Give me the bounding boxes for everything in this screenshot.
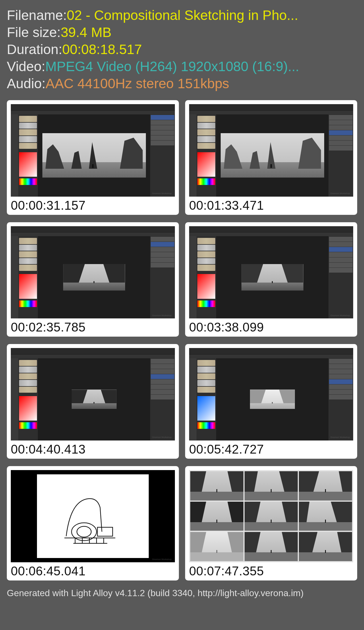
thumbnail-image <box>189 470 353 563</box>
watermark-icon: Gnomon Workshop <box>152 314 172 317</box>
sketch-icon <box>48 483 138 549</box>
filesize-label: File size: <box>7 24 61 41</box>
thumbnail-timestamp: 00:02:35.785 <box>11 320 175 334</box>
thumbnail-card: Gnomon Workshop 00:03:38.099 <box>185 222 357 337</box>
thumbnail-timestamp: 00:01:33.471 <box>189 198 353 213</box>
thumbnail-timestamp: 00:04:40.413 <box>11 442 175 456</box>
watermark-icon: Gnomon Workshop <box>330 314 350 317</box>
video-value: MPEG4 Video (H264) 1920x1080 (16:9)... <box>45 58 299 75</box>
duration-value: 00:08:18.517 <box>62 41 142 58</box>
thumbnail-image: Gnomon Workshop <box>11 226 175 319</box>
filename-value: 02 - Compositional Sketching in Pho... <box>67 7 298 24</box>
watermark-icon: Gnomon Workshop <box>152 558 172 561</box>
thumbnail-image: Gnomon Workshop <box>11 470 175 563</box>
generator-footer: Generated with Light Alloy v4.11.2 (buil… <box>7 588 357 598</box>
thumbnail-card: Gnomon Workshop 00:00:31.157 <box>7 100 179 215</box>
thumbnail-image: Gnomon Workshop <box>11 104 175 197</box>
thumbnail-timestamp: 00:00:31.157 <box>11 198 175 213</box>
audio-row: Audio: AAC 44100Hz stereo 151kbps <box>7 75 357 92</box>
thumbnail-timestamp: 00:03:38.099 <box>189 320 353 334</box>
thumbnail-grid: Gnomon Workshop 00:00:31.157 <box>7 100 357 580</box>
thumbnail-image: Gnomon Workshop <box>189 226 353 319</box>
filesize-value: 39.4 MB <box>61 24 111 41</box>
audio-label: Audio: <box>7 75 46 92</box>
filename-row: Filename: 02 - Compositional Sketching i… <box>7 7 357 24</box>
thumbnail-card: Gnomon Workshop 00:05:42.727 <box>185 344 357 459</box>
thumbnail-card: Gnomon Workshop 00:04:40.413 <box>7 344 179 459</box>
video-row: Video: MPEG4 Video (H264) 1920x1080 (16:… <box>7 58 357 75</box>
watermark-icon: Gnomon Workshop <box>152 192 172 195</box>
video-label: Video: <box>7 58 45 75</box>
thumbnail-image: Gnomon Workshop <box>189 104 353 197</box>
svg-point-1 <box>77 526 91 537</box>
thumbnail-timestamp: 00:06:45.041 <box>11 564 175 578</box>
filename-label: Filename: <box>7 7 67 24</box>
watermark-icon: Gnomon Workshop <box>330 192 350 195</box>
filesize-row: File size: 39.4 MB <box>7 24 357 41</box>
thumbnail-timestamp: 00:05:42.727 <box>189 442 353 456</box>
thumbnail-image: Gnomon Workshop <box>11 348 175 440</box>
thumbnail-card: Gnomon Workshop 00:06:45.041 <box>7 466 179 581</box>
duration-row: Duration: 00:08:18.517 <box>7 41 357 58</box>
file-metadata: Filename: 02 - Compositional Sketching i… <box>7 7 357 92</box>
audio-value: AAC 44100Hz stereo 151kbps <box>46 75 229 92</box>
thumbnail-timestamp: 00:07:47.355 <box>189 564 353 578</box>
thumbnail-image: Gnomon Workshop <box>189 348 353 440</box>
duration-label: Duration: <box>7 41 62 58</box>
watermark-icon: Gnomon Workshop <box>152 436 172 438</box>
thumbnail-card: Gnomon Workshop 00:02:35.785 <box>7 222 179 337</box>
watermark-icon: Gnomon Workshop <box>330 436 350 438</box>
thumbnail-card: 00:07:47.355 <box>185 466 357 581</box>
thumbnail-card: Gnomon Workshop 00:01:33.471 <box>185 100 357 215</box>
